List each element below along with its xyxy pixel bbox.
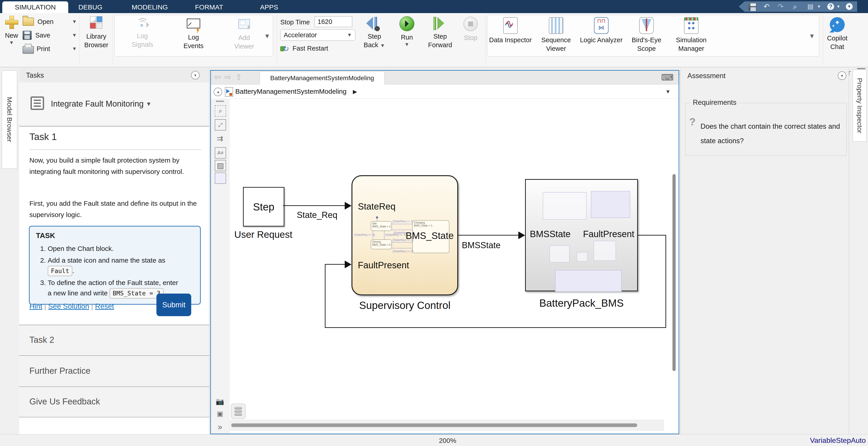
open-button[interactable]: Open ▼ [23, 16, 77, 27]
fast-restart-toggle[interactable]: ↻ Fast Restart [280, 43, 352, 54]
sequence-viewer-button[interactable]: Sequence Viewer [535, 17, 578, 53]
task1-heading: Task 1 [29, 131, 57, 142]
log-events-label: Log Events [178, 33, 209, 50]
tab-modeling[interactable]: MODELING [125, 1, 174, 13]
print-button[interactable]: Print ▼ [23, 43, 77, 54]
save-floppy-icon [23, 31, 32, 40]
hint-link[interactable]: Hint [29, 302, 42, 310]
search-icon[interactable]: ⌕ [793, 1, 797, 12]
section-task2-label: Task 2 [29, 335, 54, 345]
sequence-viewer-icon [549, 17, 563, 34]
chart-port-bms-state: BMS_State [386, 230, 454, 241]
logic-analyzer-button[interactable]: ⊓⊓ ⋈ Logic Analyzer [580, 17, 623, 44]
horizontal-scrollbar[interactable] [231, 423, 637, 427]
copilot-chat-button[interactable]: ✦ ✦ Copilot Chat [825, 17, 850, 51]
ribbon-divider [79, 14, 80, 66]
copilot-chat-icon: ✦ ✦ [830, 17, 845, 32]
submit-button[interactable]: Submit [156, 294, 191, 316]
signal-line[interactable] [283, 205, 345, 206]
feedback-line[interactable] [665, 235, 666, 328]
property-inspector-tab[interactable]: Property Inspector [852, 70, 867, 142]
model-browser-tab[interactable]: Model Browser [2, 70, 17, 169]
birds-eye-scope-label: Bird's-Eye Scope [625, 36, 668, 53]
new-button[interactable]: New ▼ [3, 16, 20, 46]
property-inspector-tab-label: Property Inspector [856, 78, 864, 133]
solver-status[interactable]: VariableStepAuto [764, 436, 866, 445]
supervisory-control-name: Supervisory Control [351, 299, 458, 311]
review-gallery-caret-icon[interactable]: ▼ [809, 33, 815, 40]
step-forward-button[interactable]: Step Forward [426, 16, 454, 49]
course-caret-icon[interactable]: ▼ [146, 101, 152, 107]
save-caret-icon: ▼ [72, 32, 77, 38]
signal-label-state-req[interactable]: State_Req [297, 210, 335, 220]
task-step-1-text: Open the Chart block. [48, 245, 114, 252]
section-further-practice-label: Further Practice [29, 366, 90, 376]
run-button[interactable]: Run ▼ [395, 16, 418, 47]
tasks-panel: Tasks ▼ Integrate Fault Monitoring ▼ Tas… [19, 68, 209, 434]
run-icon [399, 16, 414, 31]
step-block-name: User Request [225, 229, 302, 240]
tab-format[interactable]: FORMAT [188, 1, 230, 13]
ribbon-divider [113, 14, 113, 66]
task-step-2-suffix: . [72, 267, 74, 274]
task-step-2: Add a state icon and name the state as F… [48, 255, 183, 276]
stop-time-input[interactable] [315, 16, 352, 27]
help-icon[interactable]: ? [827, 3, 834, 10]
task-list-icon[interactable] [31, 96, 44, 110]
publish-caret-icon[interactable]: ▼ [817, 1, 821, 12]
section-feedback[interactable]: Give Us Feedback [19, 387, 209, 416]
library-browser-button[interactable]: Library Browser [82, 16, 111, 49]
signal-line[interactable] [458, 235, 518, 236]
feedback-line[interactable] [325, 264, 345, 265]
see-solution-link[interactable]: See Solution [48, 302, 89, 310]
publish-icon[interactable]: ▤ [807, 1, 813, 12]
task-step-1: Open the Chart block. [48, 243, 183, 254]
supervisory-control-block[interactable]: Idle BMS_State = 2; Charging BMS_State =… [351, 175, 458, 296]
tab-apps[interactable]: APPS [253, 1, 285, 13]
save-icon[interactable] [749, 3, 756, 10]
database-icon [235, 407, 242, 416]
undo-icon[interactable]: ↶ [764, 1, 770, 12]
battery-port-bmsstate: BMSState [530, 229, 570, 239]
task-step-3-code: BMS_State = 3 [110, 288, 164, 299]
sequence-viewer-label: Sequence Viewer [535, 36, 578, 53]
log-events-button[interactable]: Log Events [178, 17, 209, 50]
sim-mode-select[interactable]: Accelerator ▼ [280, 29, 355, 41]
toolstrip-tab-bar: SIMULATION DEBUG MODELING FORMAT APPS ↶ … [0, 0, 868, 13]
new-caret-icon: ▼ [3, 40, 20, 46]
save-button[interactable]: Save ▼ [23, 30, 77, 41]
signal-label-bmsstate[interactable]: BMSState [462, 240, 509, 250]
assessment-question: Does the chart contain the correct state… [701, 119, 845, 148]
help-caret-icon[interactable]: ▼ [836, 1, 840, 12]
feedback-line[interactable] [325, 327, 666, 328]
batterypack-bms-block[interactable]: BMSState FaultPresent [525, 179, 638, 291]
log-signals-button[interactable]: Log Signals [127, 17, 158, 49]
simulation-manager-button[interactable]: ◆ ◆◆ ◆ Simulation Manager [670, 17, 713, 53]
birds-eye-scope-button[interactable]: Bird's-Eye Scope [625, 17, 668, 53]
tasks-collapse-icon[interactable]: ▼ [191, 71, 199, 79]
step-block[interactable]: Step [243, 187, 284, 227]
vertical-scrollbar[interactable] [673, 174, 676, 371]
data-inspector-label: Data Inspector [489, 36, 532, 44]
options-icon[interactable]: ▼ [846, 3, 852, 10]
tab-simulation[interactable]: SIMULATION [2, 1, 68, 13]
tasks-course-row[interactable]: Integrate Fault Monitoring ▼ [19, 82, 209, 127]
tab-debug[interactable]: DEBUG [74, 1, 106, 13]
feedback-line[interactable] [638, 235, 666, 236]
feedback-line[interactable] [325, 264, 326, 328]
add-viewer-button[interactable]: Add Viewer [229, 17, 259, 50]
log-events-icon [186, 19, 202, 33]
stop-button[interactable]: Stop [460, 17, 482, 42]
reset-link[interactable]: Reset [95, 302, 114, 310]
step-back-button[interactable]: Step Back ▼ [361, 16, 388, 50]
subsystem-preview [555, 270, 622, 292]
prepare-gallery-caret-icon[interactable]: ▼ [264, 33, 270, 40]
assessment-collapse-icon[interactable]: ▼ [838, 71, 846, 80]
section-further-practice[interactable]: Further Practice [19, 356, 209, 386]
data-inspector-button[interactable]: ∿ ∿ Data Inspector [489, 17, 532, 44]
model-canvas[interactable]: Step User Request State_Req Idle BMS_Sta… [211, 71, 679, 434]
data-badge-button[interactable] [231, 404, 246, 419]
step-back-label: Step Back [364, 33, 381, 48]
section-task2[interactable]: Task 2 [19, 325, 209, 355]
redo-icon[interactable]: ↷ [778, 1, 784, 12]
